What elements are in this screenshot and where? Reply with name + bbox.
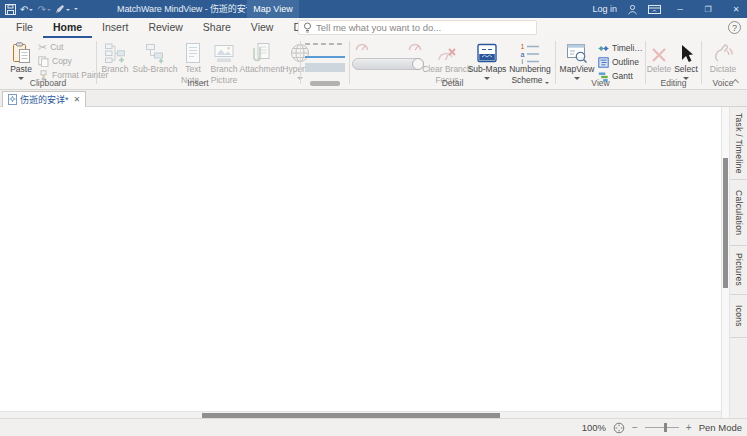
vertical-scrollbar-thumb[interactable] — [723, 158, 728, 288]
document-tab[interactable]: 伤逝的安详* ✕ — [2, 91, 86, 107]
chevron-down-icon — [29, 9, 33, 13]
group-label-detail: Detail — [350, 78, 555, 88]
side-panel: Task / Timeline Calculation Pictures Ico… — [730, 107, 747, 418]
tab-file[interactable]: File — [6, 18, 43, 38]
window-title: MatchWare MindView - 伤逝的安详 — [117, 0, 254, 18]
zoom-slider[interactable] — [645, 427, 679, 428]
select-button[interactable]: Select — [672, 40, 700, 83]
gallery-row-line — [305, 56, 345, 58]
paste-button[interactable]: Paste — [4, 40, 38, 83]
horizontal-scrollbar[interactable] — [0, 411, 721, 418]
minimize-button[interactable]: ─ — [671, 0, 689, 18]
collapse-ribbon-icon[interactable] — [732, 78, 739, 85]
tab-review[interactable]: Review — [138, 18, 192, 38]
group-view: MapView Timeli… Outli — [556, 38, 645, 89]
ribbon: Paste ✂ Cut Copy — [0, 38, 747, 90]
dictate-icon — [712, 42, 734, 64]
map-view-button[interactable]: MapView — [558, 40, 596, 83]
save-icon — [5, 4, 16, 15]
timeline-icon — [598, 43, 609, 54]
copy-icon — [38, 56, 49, 67]
map-canvas[interactable] — [0, 107, 721, 411]
numbering-scheme-icon: 1 a i — [519, 42, 541, 64]
group-styles-gallery[interactable] — [301, 38, 349, 89]
close-tab-icon[interactable]: ✕ — [74, 95, 81, 104]
group-label-view: View — [556, 78, 645, 88]
pen-mode-qat-button[interactable] — [55, 4, 70, 14]
attachment-button[interactable]: Attachment — [241, 40, 281, 75]
svg-text:a: a — [521, 51, 525, 58]
branch-focus-gauge-icon — [355, 42, 369, 51]
clear-branch-focus-icon — [437, 46, 457, 64]
side-tab-pictures[interactable]: Pictures — [730, 246, 747, 295]
quick-access-toolbar: ↶ ↷ — [5, 0, 78, 18]
delete-icon — [650, 46, 668, 64]
undo-icon: ↶ — [20, 4, 28, 15]
chevron-down-icon — [66, 9, 70, 13]
document-tab-bar: 伤逝的安详* ✕ — [0, 90, 747, 107]
customize-qat-button[interactable] — [74, 7, 78, 12]
redo-button[interactable]: ↷ — [37, 4, 50, 15]
vertical-scrollbar[interactable] — [721, 107, 730, 418]
chevron-down-icon — [47, 9, 51, 13]
group-detail: Clear Branch Focus Sub-Maps — [350, 38, 555, 89]
tab-share[interactable]: Share — [193, 18, 241, 38]
document-icon — [8, 94, 17, 105]
close-button[interactable]: ✕ — [727, 0, 745, 18]
delete-button[interactable]: Delete — [646, 40, 672, 75]
sub-branch-button[interactable]: Sub-Branch — [133, 40, 177, 75]
gallery-row-bar — [305, 63, 345, 72]
branch-button[interactable]: Branch — [97, 40, 133, 75]
zoom-out-button[interactable]: − — [632, 423, 638, 433]
pen-icon — [55, 4, 65, 14]
paste-icon — [11, 42, 32, 64]
undo-button[interactable]: ↶ — [20, 4, 33, 15]
attachment-icon — [250, 42, 272, 64]
help-icon[interactable]: ? — [728, 21, 741, 34]
branch-picture-icon — [213, 42, 235, 64]
tab-home[interactable]: Home — [43, 18, 92, 38]
outline-icon — [598, 57, 609, 68]
map-view-context-tab[interactable]: Map View — [247, 0, 299, 18]
fit-to-window-icon[interactable] — [613, 422, 625, 434]
search-input[interactable] — [316, 22, 532, 33]
branch-focus-gauge-icon — [408, 42, 422, 51]
mindview-window: ↶ ↷ MatchWare MindView - 伤逝的安详 Map View … — [0, 0, 747, 436]
group-editing: Delete Select Editing — [646, 38, 701, 89]
sub-maps-icon — [476, 42, 498, 64]
outline-button[interactable]: Outline — [598, 56, 643, 69]
timeline-button[interactable]: Timeli… — [598, 42, 643, 55]
sub-branch-icon — [144, 42, 166, 64]
tab-insert[interactable]: Insert — [92, 18, 138, 38]
tell-me-search[interactable] — [298, 20, 537, 35]
document-tab-title: 伤逝的安详* — [20, 93, 69, 106]
login-button[interactable]: Log in — [592, 4, 617, 14]
restore-button[interactable]: ❐ — [699, 0, 717, 18]
zoom-in-button[interactable]: + — [686, 423, 692, 433]
zoom-slider-thumb[interactable] — [664, 423, 667, 432]
lightbulb-icon — [303, 22, 312, 34]
zoom-level: 100% — [582, 422, 606, 433]
dictate-button[interactable]: Dictate — [704, 40, 742, 75]
group-label-editing: Editing — [646, 78, 701, 88]
gallery-row-dashes — [305, 43, 345, 45]
group-clipboard: Paste ✂ Cut Copy — [0, 38, 96, 89]
side-tab-calculation[interactable]: Calculation — [730, 180, 747, 246]
tab-view[interactable]: View — [241, 18, 284, 38]
svg-text:1: 1 — [521, 43, 525, 50]
status-bar: 100% − + Pen Mode — [0, 418, 747, 436]
select-cursor-icon — [677, 44, 695, 64]
group-label-clipboard: Clipboard — [0, 78, 96, 88]
branch-focus-slider[interactable] — [352, 58, 424, 70]
side-tab-task-timeline[interactable]: Task / Timeline — [730, 107, 747, 180]
cut-icon: ✂ — [38, 42, 47, 53]
user-icon[interactable] — [627, 4, 638, 15]
side-tab-icons[interactable]: Icons — [730, 295, 747, 338]
ribbon-display-options-icon[interactable] — [648, 4, 661, 15]
sub-maps-button[interactable]: Sub-Maps — [468, 40, 506, 83]
save-button[interactable] — [5, 4, 16, 15]
pen-mode-toggle[interactable]: Pen Mode — [699, 422, 742, 433]
branch-icon — [104, 42, 126, 64]
text-note-icon — [183, 42, 203, 64]
chevron-down-icon — [74, 8, 78, 12]
